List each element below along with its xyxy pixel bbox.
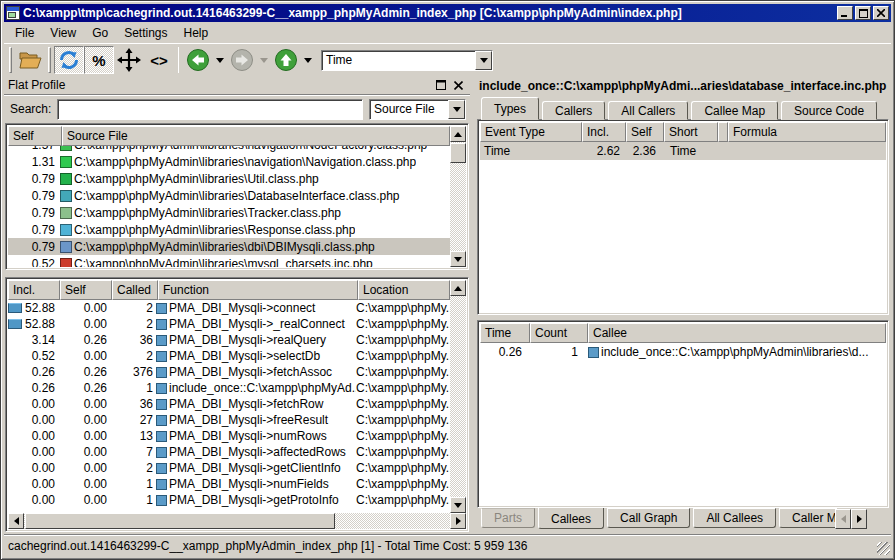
expand-button[interactable] xyxy=(114,46,144,74)
scroll-thumb[interactable] xyxy=(450,143,466,163)
tab-callers[interactable]: Callers xyxy=(542,101,605,120)
function-row[interactable]: 0.260.26376PMA_DBI_Mysqli->fetchAssocC:\… xyxy=(8,364,450,380)
source-files-vscrollbar[interactable] xyxy=(450,126,466,267)
scroll-up-button[interactable] xyxy=(450,126,466,142)
function-row[interactable]: 52.880.002PMA_DBI_Mysqli->_realConnectC:… xyxy=(8,316,450,332)
resize-grip-icon[interactable] xyxy=(877,542,890,555)
percent-toggle-button[interactable]: % xyxy=(84,46,114,74)
scroll-up-button[interactable] xyxy=(450,280,466,296)
tab-all-callees[interactable]: All Callees xyxy=(693,508,776,528)
incl-value: 52.88 xyxy=(8,317,58,331)
maximize-button[interactable] xyxy=(855,6,871,20)
tab-all-callers[interactable]: All Callers xyxy=(608,101,688,120)
scroll-right-button[interactable] xyxy=(450,513,466,529)
tab-caller-map[interactable]: Caller Map xyxy=(779,508,837,528)
source-file-row[interactable]: 0.79C:\xampp\phpMyAdmin\libraries\Respon… xyxy=(8,221,450,238)
forward-button[interactable] xyxy=(227,46,257,74)
source-file-row[interactable]: 0.79C:\xampp\phpMyAdmin\libraries\Util.c… xyxy=(8,170,450,187)
function-row[interactable]: 0.000.0036PMA_DBI_Mysqli->fetchRowC:\xam… xyxy=(8,396,450,412)
tabs-scroll-right-button[interactable] xyxy=(851,509,867,529)
menu-settings[interactable]: Settings xyxy=(117,24,174,42)
scroll-down-button[interactable] xyxy=(450,251,466,267)
horizontal-splitter[interactable] xyxy=(4,270,470,277)
source-file-row[interactable]: 0.79C:\xampp\phpMyAdmin\libraries\dbi\DB… xyxy=(8,238,450,255)
file-type-icon xyxy=(60,207,72,219)
menu-help[interactable]: Help xyxy=(177,24,216,42)
function-row[interactable]: 0.260.261include_once::C:\xampp\phpMyAd.… xyxy=(8,380,450,396)
function-name: PMA_DBI_Mysqli->realQuery xyxy=(156,333,356,347)
column-header-formula[interactable]: Formula xyxy=(728,122,886,142)
function-row[interactable]: 0.000.001PMA_DBI_Mysqli->getProtoInfoC:\… xyxy=(8,492,450,508)
function-row[interactable]: 0.000.0027PMA_DBI_Mysqli->freeResultC:\x… xyxy=(8,412,450,428)
functions-vscrollbar[interactable] xyxy=(450,280,466,513)
minimize-button[interactable] xyxy=(837,6,853,20)
toolbar-grip[interactable] xyxy=(9,47,12,73)
back-dropdown-icon[interactable] xyxy=(216,58,224,63)
open-file-button[interactable] xyxy=(15,46,45,74)
event-type-dropdown-button[interactable] xyxy=(475,51,492,70)
back-button[interactable] xyxy=(183,46,213,74)
column-header-callee[interactable]: Callee xyxy=(588,323,886,343)
function-name: PMA_DBI_Mysqli->freeResult xyxy=(156,413,356,427)
flat-profile-header[interactable]: Flat Profile xyxy=(4,76,470,95)
column-header-self[interactable]: Self xyxy=(60,280,112,300)
callee-row[interactable]: 0.261include_once::C:\xampp\phpMyAdmin\l… xyxy=(480,343,886,361)
column-header-time[interactable]: Time xyxy=(480,323,530,343)
function-row[interactable]: 0.000.002PMA_DBI_Mysqli->getClientInfoC:… xyxy=(8,460,450,476)
tab-callees[interactable]: Callees xyxy=(538,508,604,529)
self-value: 2.36 xyxy=(624,144,660,158)
function-icon xyxy=(156,415,167,426)
reload-toggle-button[interactable] xyxy=(54,46,84,74)
float-dock-button[interactable] xyxy=(433,78,448,92)
grouping-combobox[interactable]: Source File xyxy=(369,99,466,120)
cycle-detection-button[interactable]: <> xyxy=(144,46,174,74)
grouping-dropdown-button[interactable] xyxy=(448,100,465,119)
menu-view[interactable]: View xyxy=(43,24,83,42)
menu-go[interactable]: Go xyxy=(85,24,115,42)
functions-hscrollbar[interactable] xyxy=(8,513,466,529)
column-header-short[interactable]: Short xyxy=(664,122,718,142)
event-type-row[interactable]: Time2.622.36Time xyxy=(480,142,886,160)
tab-callee-map[interactable]: Callee Map xyxy=(691,101,778,120)
incl-value: 0.00 xyxy=(8,445,58,459)
column-header-location[interactable]: Location xyxy=(358,280,450,300)
column-header-incl[interactable]: Incl. xyxy=(8,280,60,300)
tab-source-code[interactable]: Source Code xyxy=(781,101,877,120)
tab-types[interactable]: Types xyxy=(481,97,539,120)
source-file-row[interactable]: 0.52C:\xampp\phpMyAdmin\libraries\mysql_… xyxy=(8,255,450,267)
scroll-thumb[interactable] xyxy=(25,513,335,529)
search-input[interactable] xyxy=(57,99,363,120)
function-row[interactable]: 0.000.001PMA_DBI_Mysqli->numFieldsC:\xam… xyxy=(8,476,450,492)
column-header-self[interactable]: Self xyxy=(626,122,664,142)
column-header-self[interactable]: Self xyxy=(8,126,62,146)
column-header-incl[interactable]: Incl. xyxy=(582,122,626,142)
title-bar[interactable]: C:\xampp\tmp\cachegrind.out.1416463299-C… xyxy=(4,4,891,22)
arrow-down-icon xyxy=(454,503,462,508)
source-file-row[interactable]: 1.31C:\xampp\phpMyAdmin\libraries\naviga… xyxy=(8,153,450,170)
event-type-value: Time xyxy=(480,144,580,158)
column-header-source-file[interactable]: Source File xyxy=(62,126,450,146)
up-button[interactable] xyxy=(271,46,301,74)
column-header-count[interactable]: Count xyxy=(530,323,588,343)
function-row[interactable]: 0.520.002PMA_DBI_Mysqli->selectDbC:\xamp… xyxy=(8,348,450,364)
tab-call-graph[interactable]: Call Graph xyxy=(607,508,690,528)
function-row[interactable]: 0.000.0013PMA_DBI_Mysqli->numRowsC:\xamp… xyxy=(8,428,450,444)
column-header-event-type[interactable]: Event Type xyxy=(480,122,582,142)
toolbar-grip-2[interactable] xyxy=(48,47,51,73)
function-row[interactable]: 0.000.007PMA_DBI_Mysqli->affectedRowsC:\… xyxy=(8,444,450,460)
column-header-called[interactable]: Called xyxy=(112,280,158,300)
scroll-down-button[interactable] xyxy=(450,497,466,513)
up-dropdown-icon[interactable] xyxy=(304,58,312,63)
close-button[interactable] xyxy=(873,6,889,20)
function-row[interactable]: 3.140.2636PMA_DBI_Mysqli->realQueryC:\xa… xyxy=(8,332,450,348)
source-file-row[interactable]: 0.79C:\xampp\phpMyAdmin\libraries\Databa… xyxy=(8,187,450,204)
menu-file[interactable]: File xyxy=(8,24,41,42)
event-type-combobox[interactable]: Time xyxy=(321,50,493,71)
scroll-left-button[interactable] xyxy=(8,513,24,529)
function-row[interactable]: 52.880.002PMA_DBI_Mysqli->connectC:\xamp… xyxy=(8,300,450,316)
close-dock-button[interactable] xyxy=(451,78,466,92)
source-file-row[interactable]: 1.57C:\xampp\phpMyAdmin\libraries\naviga… xyxy=(8,146,450,153)
column-header-function[interactable]: Function xyxy=(158,280,358,300)
incl-value: 0.00 xyxy=(8,413,58,427)
source-file-row[interactable]: 0.79C:\xampp\phpMyAdmin\libraries\Tracke… xyxy=(8,204,450,221)
